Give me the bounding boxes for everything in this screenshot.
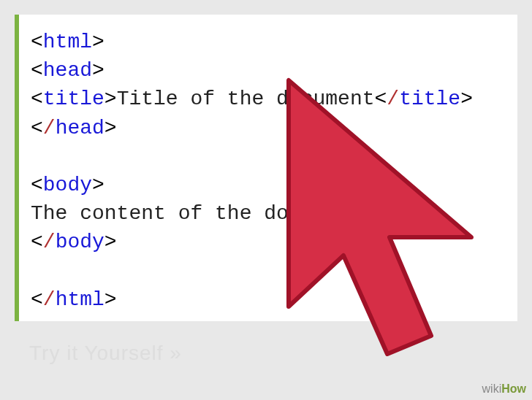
code-panel: <html> <head> <title>Title of the docume… xyxy=(15,15,517,321)
watermark-how: How xyxy=(501,382,526,395)
watermark: wikiHow xyxy=(482,382,526,396)
blank-line xyxy=(31,257,503,285)
watermark-wiki: wiki xyxy=(482,382,502,395)
line-body-close: </body> xyxy=(31,228,503,256)
line-html-open: <html> xyxy=(31,28,503,56)
line-html-close: </html> xyxy=(31,285,503,314)
line-head-close: </head> xyxy=(31,114,503,142)
line-head-open: <head> xyxy=(31,56,503,85)
faded-caption: Try it Yourself » xyxy=(29,342,182,365)
line-title: <title>Title of the document</title> xyxy=(31,85,503,113)
line-body-open: <body> xyxy=(31,171,503,199)
line-body-text: The content of the document...... xyxy=(31,199,503,228)
blank-line xyxy=(31,142,503,171)
